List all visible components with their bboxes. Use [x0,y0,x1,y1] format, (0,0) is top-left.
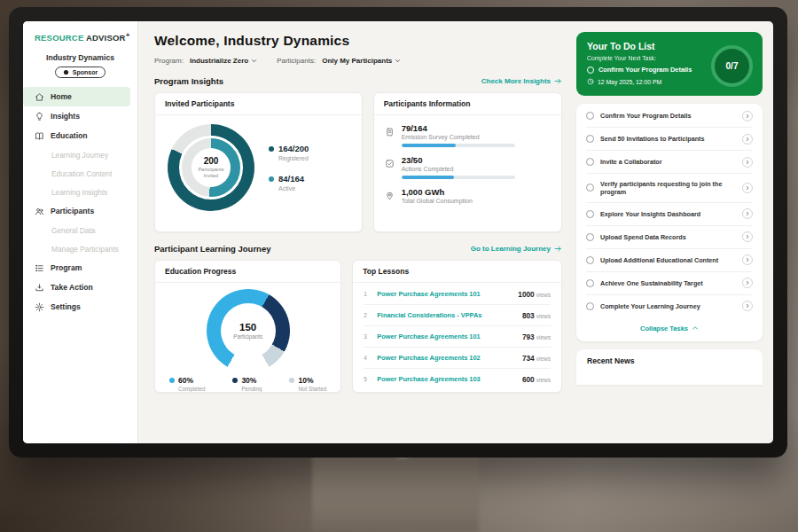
task-row[interactable]: Upload Additional Educational Content [586,249,753,272]
lesson-views-count: 803 [522,311,535,320]
lesson-views-count: 1000 [518,290,534,299]
sidebar-item-label: Program [51,263,82,272]
section-title: Participant Learning Journey [154,244,270,254]
sponsor-badge[interactable]: Sponsor [55,66,106,78]
chevron-right-icon[interactable] [742,183,753,193]
task-row[interactable]: Invite a Collaborator [586,151,753,174]
task-row[interactable]: Explore Your Insights Dashboard [586,203,753,226]
chevron-right-icon[interactable] [742,208,753,219]
chevron-right-icon[interactable] [742,134,753,145]
location-pin-icon [385,188,395,198]
task-label: Send 50 Invitations to Participants [600,135,736,143]
sidebar-item-label: Manage Participants [51,245,119,254]
task-row[interactable]: Send 50 Invitations to Participants [586,128,753,151]
chevron-right-icon[interactable] [742,157,753,168]
legend-dot [169,378,175,383]
task-row[interactable]: Achieve One Sustainability Target [586,272,753,295]
lesson-link[interactable]: Power Purchase Agreements 102 [377,354,516,362]
sidebar-item-learning-journey[interactable]: Learning Journey [23,145,130,164]
lesson-link[interactable]: Power Purchase Agreements 101 [377,290,512,298]
donut-center-label: Participants Invited [196,167,226,179]
task-checkbox[interactable] [586,302,594,310]
stat-global-consumption: 1,000 GWh Total Global Consumption [385,187,551,204]
lesson-views-word: views [536,292,551,298]
lesson-row: 4 Power Purchase Agreements 102 734views [364,348,551,369]
card-title: Invited Participants [155,93,362,115]
chevron-right-icon[interactable] [742,231,753,242]
dashboard-screen: RESOURCE ADVISOR+ Industry Dynamics Spon… [23,21,773,443]
sidebar-item-education-content[interactable]: Education Content [23,164,130,183]
sidebar-item-insights[interactable]: Insights [23,106,130,126]
task-row[interactable]: Verify participants requesting to join t… [586,174,753,203]
sidebar-item-education[interactable]: Education [23,126,130,145]
filter-bar: Program: Industrialize Zero Participants… [154,57,562,65]
todo-progress-ring: 0/7 [711,45,753,87]
sidebar-item-manage-participants[interactable]: Manage Participants [23,239,130,258]
lesson-views-count: 600 [522,375,535,384]
sidebar-item-settings[interactable]: Settings [23,297,130,317]
task-checkbox[interactable] [586,158,594,166]
invited-legend: 164/200 Registered 84/164 Active [269,144,309,192]
task-label: Upload Spend Data Records [600,233,736,241]
task-checkbox[interactable] [586,184,594,192]
sidebar-item-home[interactable]: Home [23,87,130,106]
task-row[interactable]: Complete Your Learning Journey [586,295,753,317]
collapse-tasks-button[interactable]: Collapse Tasks [586,317,753,340]
task-checkbox[interactable] [586,233,594,241]
clipboard-icon [385,124,395,134]
check-more-insights-link[interactable]: Check More Insights [481,77,562,85]
sidebar-item-label: Education [51,131,88,140]
participants-filter-select[interactable]: Only My Participants [322,57,401,65]
section-title: Program Insights [154,76,223,86]
donut-center-value: 200 [204,156,219,166]
chevron-right-icon[interactable] [742,254,753,265]
lesson-rank: 3 [364,333,371,340]
stat-label: Emission Survey Completed [402,134,515,140]
task-row[interactable]: Confirm Your Program Details [586,105,753,128]
legend-value: 10% [298,376,313,385]
arrow-right-icon [554,77,562,85]
task-label: Explore Your Insights Dashboard [600,210,736,218]
task-checkbox[interactable] [586,210,594,218]
sidebar-item-learning-insights[interactable]: Learning Insights [23,183,130,201]
sidebar-item-participants[interactable]: Participants [23,201,130,221]
sidebar-item-label: Learning Journey [51,151,108,160]
chevron-right-icon[interactable] [742,111,753,121]
task-checkbox[interactable] [586,279,594,287]
legend-item-completed: 60% Completed [169,376,205,392]
stat-value: 1,000 GWh [402,187,473,197]
chevron-right-icon[interactable] [742,301,753,311]
insights-cards-row: Invited Participants 200 Participants In… [154,92,562,232]
legend-label: Completed [178,386,205,392]
task-checkbox[interactable] [587,66,594,74]
sidebar-item-program[interactable]: Program [23,258,130,278]
task-checkbox[interactable] [586,112,594,120]
legend-value: 30% [241,376,256,385]
sidebar-item-label: Settings [51,302,81,311]
stat-value: 23/50 [402,155,515,165]
list-icon [35,263,44,273]
program-filter-select[interactable]: Industrialize Zero [190,57,257,65]
legend-dot [269,176,274,182]
lesson-link[interactable]: Financial Considerations - VPPAs [377,311,516,319]
legend-label: Registered [278,155,309,161]
book-icon [35,131,44,141]
task-checkbox[interactable] [586,256,594,264]
lesson-link[interactable]: Power Purchase Agreements 103 [377,375,516,383]
legend-item-registered: 164/200 Registered [269,144,309,161]
todo-next-task[interactable]: Confirm Your Program Details [587,66,704,74]
task-label: Invite a Collaborator [600,158,736,166]
progress-fill [402,176,454,179]
go-to-learning-journey-link[interactable]: Go to Learning Journey [471,245,562,253]
task-checkbox[interactable] [586,135,594,143]
sidebar-item-take-action[interactable]: Take Action [23,278,130,297]
lesson-link[interactable]: Power Purchase Agreements 101 [377,332,516,340]
progress-track [402,176,515,179]
legend-value: 60% [178,376,193,385]
chevron-right-icon[interactable] [742,278,753,288]
task-label: Achieve One Sustainability Target [600,279,736,287]
stat-actions-completed: 23/50 Actions Completed [385,155,551,179]
progress-track [402,144,515,147]
sidebar-item-general-data[interactable]: General Data [23,221,130,239]
task-row[interactable]: Upload Spend Data Records [586,226,753,249]
